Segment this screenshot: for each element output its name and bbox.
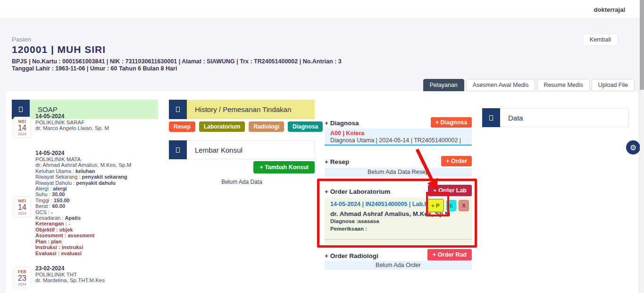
data-panel: Data — [482, 108, 629, 127]
date-badge: MEI 14 2024 — [13, 117, 31, 138]
soap-field-line: Assesment : assesment — [35, 233, 158, 238]
soap-field-line: Objektif : objek — [35, 227, 158, 233]
lab-order-diagnosa: Diagnosa :asasasa — [330, 218, 466, 225]
order-lab-heading: + Order Laboratorium — [325, 188, 390, 196]
badge-year: 2024 — [14, 211, 31, 215]
soap-panel: SOAP MEI 14 2024 14-05-2024 POLIKLINIK S… — [12, 100, 158, 119]
page-scrollbar[interactable] — [640, 0, 644, 293]
diagnosa-detail: Diagnosa Utama | 2024-05-14 | TR24051400… — [330, 137, 466, 144]
order-rad-heading: + Order Radiologi — [325, 252, 378, 260]
soap-entry: 14-05-2024 POLIKLINIK MATA dr. Ahmad Ash… — [35, 150, 158, 256]
konsul-panel-title: Lembar Konsul — [187, 140, 315, 159]
konsul-empty-text: Belum Ada Data — [169, 179, 315, 185]
badge-month: MEI — [14, 198, 31, 203]
lab-order-actions: + P E X — [427, 199, 469, 212]
logged-in-user[interactable]: dokterrajal — [594, 6, 625, 13]
print-lab-order-button[interactable]: + P — [427, 199, 444, 212]
edit-lab-order-button[interactable]: E — [446, 200, 457, 211]
entry-date: 23-02-2024 — [35, 266, 158, 272]
soap-field-line: Alergi : alergi — [35, 186, 158, 191]
badge-month: MEI — [14, 119, 31, 124]
soap-field-line: Instruksi : instruksi — [35, 244, 158, 250]
resep-history-button[interactable]: Resep — [169, 121, 195, 132]
lab-order-pemeriksaan: Pemeriksaan : — [330, 226, 466, 233]
soap-field-line: Evaluasi : evaluasi — [35, 250, 158, 256]
tab-upload-file[interactable]: Upload File — [592, 79, 635, 91]
add-order-rad-button[interactable]: + Order Rad — [427, 249, 472, 260]
diagnosa-history-button[interactable]: Diagnosa — [288, 121, 323, 132]
soap-field-line: Keluhan Utama : keluhan — [35, 168, 158, 174]
entry-doctor: dr. Mardelina, Sp.THT.M.Kes — [35, 277, 158, 283]
delete-lab-order-button[interactable]: X — [459, 200, 469, 211]
laboratorium-history-button[interactable]: Laboratorium — [199, 121, 245, 132]
entry-doctor: dr. Ahmad Ashraf Amalius, M.Kes, Sp.M — [35, 162, 158, 168]
patient-section-label: Pasien — [12, 36, 342, 43]
divider — [325, 239, 472, 240]
soap-entry: 14-05-2024 POLIKLINIK SARAF dr. Marco An… — [35, 113, 158, 131]
tab-asesmen-awal-medis[interactable]: Asesmen Awal Medis — [466, 79, 535, 91]
date-badge: MEI 14 2024 — [13, 196, 31, 217]
placeholder-glyph-icon — [19, 107, 23, 112]
tab-pelayanan[interactable]: Pelayanan — [423, 79, 464, 91]
add-diagnosa-button[interactable]: + Diagnosa — [431, 117, 472, 128]
order-lab-section-header: + Order Laboratorium + Order Lab — [325, 184, 472, 196]
badge-day: 23 — [14, 274, 31, 282]
badge-day: 14 — [14, 124, 31, 132]
data-panel-title: Data — [500, 108, 629, 127]
soap-field-line: Riwayat Sekarang : penyakit sekarang — [35, 174, 158, 180]
soap-field-line: Berat : 60.00 — [35, 203, 158, 209]
back-button[interactable]: Kembali — [583, 34, 618, 46]
diagnosa-code: A00 | Kolera — [330, 130, 466, 137]
konsul-panel-icon — [169, 140, 187, 159]
resep-heading: + Resep — [325, 158, 349, 166]
add-order-lab-button[interactable]: + Order Lab — [428, 185, 472, 196]
soap-field-line: Keterangan : - — [35, 221, 158, 226]
top-header-bar: dokterrajal — [0, 0, 644, 19]
history-panel-title: History / Pemesanan Tindakan — [187, 100, 315, 119]
diagnosa-section-header: + Diagnosa + Diagnosa — [325, 115, 472, 128]
tambah-konsul-button[interactable]: + Tambah Konsul — [253, 161, 315, 173]
soap-field-line: Suhu : 30.00 — [35, 191, 158, 197]
history-buttons-row: Resep Laboratorium Radiologi Diagnosa — [169, 121, 315, 132]
soap-entry: 23-02-2024 POLIKLINIK THT dr. Mardelina,… — [35, 266, 158, 284]
badge-month: FEB — [14, 269, 31, 274]
resep-section-header: + Resep + Order — [325, 155, 472, 166]
data-panel-header: Data — [482, 108, 629, 127]
placeholder-glyph-icon — [176, 147, 180, 153]
badge-year: 2024 — [14, 282, 31, 286]
date-badge: FEB 23 2024 — [13, 267, 31, 288]
patient-title: 120001 | MUH SIRI — [12, 44, 342, 55]
placeholder-glyph-icon — [489, 115, 493, 121]
settings-fab[interactable]: ⚙ — [626, 140, 640, 155]
badge-year: 2024 — [14, 132, 31, 136]
konsul-panel-header: Lembar Konsul — [169, 140, 315, 159]
entry-date: 14-05-2024 — [35, 113, 158, 120]
data-panel-icon — [482, 108, 500, 127]
diagnosa-heading: + Diagnosa — [325, 120, 359, 128]
soap-field-line: Riwayat Dahulu : penyakit dahulu — [35, 180, 158, 186]
lembar-konsul-panel: Lembar Konsul + Tambah Konsul Belum Ada … — [169, 140, 315, 185]
soap-field-line: Kesadaran : Apatis — [35, 215, 158, 221]
patient-header: Pasien 120001 | MUH SIRI BPJS | No.Kartu… — [12, 36, 342, 72]
tab-resume-medis[interactable]: Resume Medis — [537, 79, 589, 91]
add-resep-order-button[interactable]: + Order — [441, 156, 472, 166]
patient-info-line1: BPJS | No.Kartu : 0001561003841 | NIK : … — [12, 58, 342, 65]
rad-empty-bar: Belum Ada Order — [325, 261, 472, 270]
order-rad-section-header: + Order Radiologi + Order Rad — [325, 249, 472, 260]
entry-doctor: dr. Marco Angelo Liwan, Sp. M — [35, 125, 158, 131]
tab-bar: Pelayanan Asesmen Awal Medis Resume Medi… — [423, 79, 635, 91]
order-lab-item: 14-05-2024 | IN24051400005 | Lab.Klinik … — [325, 198, 472, 245]
history-panel-icon — [169, 100, 187, 119]
entry-clinic: POLIKLINIK MATA — [35, 156, 158, 162]
patient-info-line2: Tanggal Lahir : 1963-11-06 | Umur : 60 T… — [12, 65, 342, 72]
radiologi-history-button[interactable]: Radiologi — [249, 121, 284, 132]
diagnosa-item[interactable]: A00 | Kolera Diagnosa Utama | 2024-05-14… — [325, 129, 472, 146]
soap-field-line: Tinggi : 150.00 — [35, 198, 158, 203]
entry-clinic: POLIKLINIK THT — [35, 272, 158, 277]
soap-panel-icon — [12, 100, 30, 119]
badge-day: 14 — [14, 203, 31, 211]
entry-date: 14-05-2024 — [35, 150, 158, 156]
scrollbar-thumb[interactable] — [640, 0, 644, 90]
resep-empty-bar: Belum Ada Data Resep — [325, 168, 472, 177]
history-panel-header: History / Pemesanan Tindakan — [169, 100, 315, 119]
